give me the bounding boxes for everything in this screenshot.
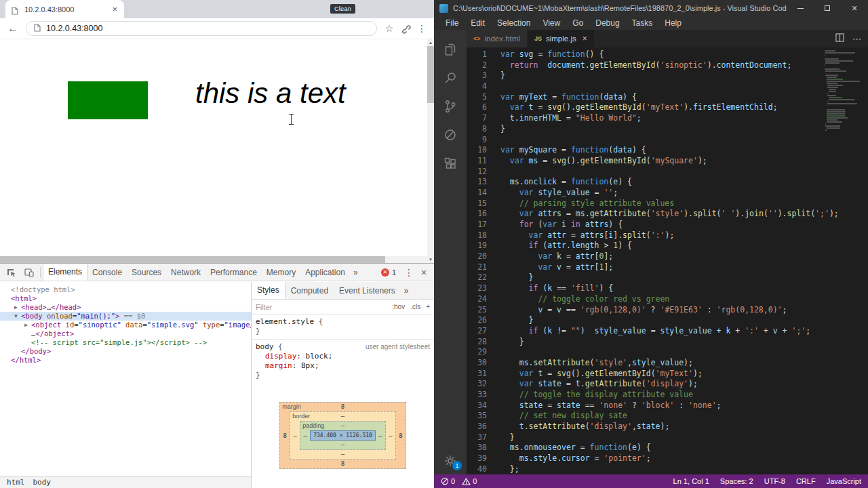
debug-icon[interactable] [434,121,467,149]
padding-right-value[interactable]: – [376,432,385,439]
box-model-content-size[interactable]: 734.400 × 1126.510 [310,430,376,441]
back-button[interactable]: ← [4,23,22,34]
dom-tree-row[interactable]: <html> [0,294,251,303]
code-editor[interactable]: 1var svg = function() {2 return document… [467,47,868,474]
code-line[interactable]: 24 // toggle color red vs green [467,294,868,305]
status-ln-1-col-1[interactable]: Ln 1, Col 1 [673,477,709,485]
code-line[interactable]: 8} [467,124,868,135]
toggle-hover-state-button[interactable]: :hov [392,303,405,310]
code-line[interactable]: 38 ms.onmouseover = function(e) { [467,443,868,453]
source-control-icon[interactable] [434,92,467,121]
margin-left-value[interactable]: 8 [280,432,290,439]
breadcrumb-body[interactable]: body [29,478,56,487]
dom-tree-row[interactable]: </body> [0,347,251,356]
code-line[interactable]: 33 // toggle the display attribute value [467,390,868,401]
code-line[interactable]: 19 if (attr.length > 1) { [467,241,868,251]
code-line[interactable]: 9 [467,135,868,146]
dom-tree-row[interactable]: …</object> [0,329,251,338]
margin-bottom-value[interactable]: 8 [341,460,344,467]
devtools-tabs-overflow-icon[interactable]: » [350,268,361,277]
code-line[interactable]: 1var svg = function() { [467,49,868,60]
styles-tab-event-listeners[interactable]: Event Listeners [334,286,401,296]
page-info-icon[interactable] [33,22,41,35]
status-warnings[interactable]: 0 [462,477,477,485]
code-line[interactable]: 25 v = v == 'rgb(0,128,0)' ? '#E91E63' :… [467,305,868,316]
bookmark-star-icon[interactable]: ☆ [381,23,397,34]
dom-tree-row[interactable]: ▶<head>…</head> [0,303,251,312]
devtools-tab-network[interactable]: Network [166,268,205,277]
border-top-value[interactable]: – [341,413,344,420]
minimap[interactable] [823,50,864,131]
devtools-tab-elements[interactable]: Elements [43,264,87,281]
tree-expand-icon[interactable]: ▶ [24,321,31,329]
devtools-tab-memory[interactable]: Memory [262,268,300,277]
element-style-selector[interactable]: element.style [256,317,314,326]
code-line[interactable]: 40 }; [467,464,868,474]
code-line[interactable]: 5var myText = function(data) { [467,92,868,103]
styles-tab-styles[interactable]: Styles [252,282,285,299]
status-spaces-2[interactable]: Spaces: 2 [720,477,753,485]
code-line[interactable]: 21 var v = attr[1]; [467,262,868,273]
styles-filter-input[interactable]: Filter [256,303,387,311]
inspect-element-icon[interactable] [3,268,20,277]
status-crlf[interactable]: CRLF [796,477,816,485]
code-line[interactable]: 16 var attrs = ms.getAttribute('style').… [467,209,868,220]
code-line[interactable]: 29 [467,347,868,358]
maximize-button[interactable] [814,0,841,16]
code-line[interactable]: 39 ms.style.cursor = 'pointer'; [467,453,868,464]
hscroll-thumb[interactable] [0,256,385,263]
address-bar[interactable]: 10.2.0.43:8000 [26,21,377,36]
editor-more-actions-icon[interactable]: ⋯ [852,34,861,44]
border-left-value[interactable]: – [290,432,300,439]
code-line[interactable]: 17 for (var i in attrs) { [467,220,868,230]
dom-tree-row[interactable]: ▶<object id="sinoptic" data="simple.svg"… [0,321,251,329]
code-line[interactable]: 27 if (k != "") style_value = style_valu… [467,326,868,337]
code-line[interactable]: 31 var t = svg().getElementById('myText'… [467,369,868,380]
code-line[interactable]: 35 // set new display sate [467,411,868,422]
breadcrumb-html[interactable]: html [3,478,29,487]
horizontal-scrollbar[interactable] [0,256,427,263]
dom-tree-row[interactable]: <!doctype html> [0,285,251,294]
devtools-tab-console[interactable]: Console [87,268,127,277]
code-line[interactable]: 23 if (k == 'fill') { [467,283,868,294]
svg-green-rectangle[interactable] [68,81,148,119]
devtools-tab-application[interactable]: Application [300,268,350,277]
code-line[interactable]: 28 } [467,337,868,348]
devtools-tab-sources[interactable]: Sources [127,268,166,277]
margin-top-value[interactable]: 8 [341,403,344,410]
code-line[interactable]: 7 t.innerHTML = "Hello World"; [467,113,868,124]
settings-gear-icon[interactable]: 1 [434,454,467,468]
new-style-rule-button[interactable]: + [426,303,430,310]
devtools-menu-icon[interactable]: ⋮ [401,267,416,278]
link-icon[interactable] [397,24,414,34]
vscroll-thumb[interactable] [427,46,434,103]
padding-top-value[interactable]: – [341,422,344,429]
device-toolbar-icon[interactable] [20,268,38,277]
error-badge-icon[interactable]: ✕ [381,268,389,277]
split-editor-icon[interactable] [835,33,844,44]
scroll-up-icon[interactable]: ▲ [429,39,433,46]
menu-selection[interactable]: Selection [491,18,536,28]
code-line[interactable]: 37 } [467,432,868,443]
code-line[interactable]: 18 var attr = attrs[i].split(':'); [467,230,868,241]
code-line[interactable]: 13 ms.onclick = function(e) { [467,177,868,188]
close-window-button[interactable]: ✕ [841,0,868,16]
menu-help[interactable]: Help [658,18,688,28]
minimize-button[interactable] [787,0,814,16]
code-line[interactable]: 11 var ms = svg().getElementById('mySqua… [467,156,868,167]
status-errors[interactable]: 0 [441,477,455,485]
extensions-icon[interactable] [434,149,467,178]
devtools-close-icon[interactable]: × [416,267,431,278]
tab-close-icon[interactable]: × [111,5,119,14]
styles-tab-computed[interactable]: Computed [285,286,334,296]
body-rule-selector[interactable]: body [256,342,274,351]
code-line[interactable]: 20 var k = attr[0]; [467,251,868,262]
css-property-margin[interactable]: margin: 8px; [256,361,430,371]
code-line[interactable]: 10var mySquare = function(data) { [467,145,868,156]
code-line[interactable]: 3} [467,70,868,81]
code-line[interactable]: 12 [467,167,868,178]
padding-bottom-value[interactable]: – [341,441,344,448]
close-tab-icon[interactable]: × [583,34,587,43]
menu-debug[interactable]: Debug [589,18,625,28]
margin-right-value[interactable]: 8 [396,432,406,439]
